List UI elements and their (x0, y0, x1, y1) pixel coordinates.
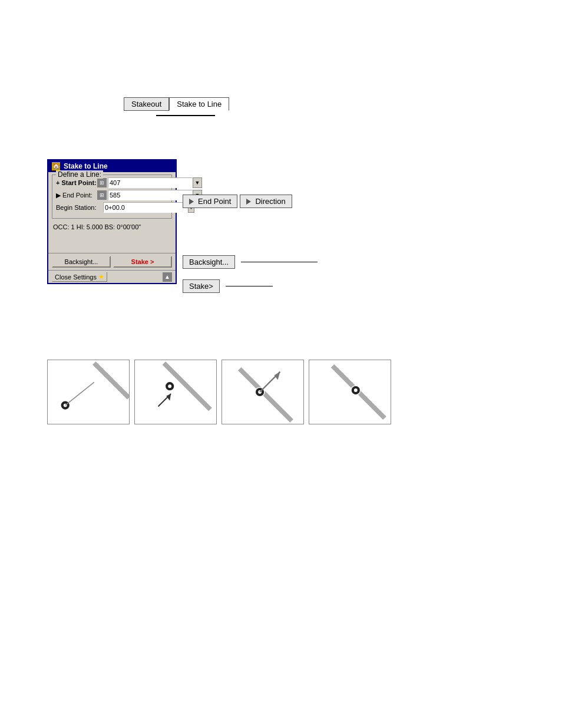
start-point-icon: ⊞ (97, 178, 107, 187)
dialog-body: Define a Line: + Start Point: ⊞ ▼ ▶ End … (48, 172, 176, 253)
define-line-legend: Define a Line: (56, 170, 103, 179)
tab-underline (156, 115, 215, 116)
diagram-3 (222, 360, 304, 424)
svg-marker-13 (275, 372, 280, 380)
diagram-4 (309, 360, 391, 424)
direction-button[interactable]: Direction (240, 195, 292, 208)
start-point-dropdown[interactable]: ▼ (193, 177, 202, 188)
start-point-label: + Start Point: (56, 179, 97, 186)
endpoint-label: End Point (198, 197, 231, 206)
stake-right-button[interactable]: Stake> (183, 279, 220, 293)
direction-arrow-icon (246, 199, 251, 205)
endpoint-button[interactable]: End Point (183, 195, 237, 208)
svg-point-16 (354, 388, 358, 392)
stake-button[interactable]: Stake > (113, 256, 172, 268)
start-point-input-container: ⊞ ▼ (97, 177, 202, 188)
start-point-row: + Start Point: ⊞ ▼ (56, 177, 168, 188)
right-controls: End Point Direction Backsight... Stake> (183, 195, 318, 293)
end-point-icon: ⊞ (97, 190, 107, 200)
define-line-group: Define a Line: + Start Point: ⊞ ▼ ▶ End … (52, 174, 172, 219)
begin-station-row: Begin Station: ▼ (56, 202, 168, 213)
end-point-row: ▶ End Point: ⊞ ▼ (56, 190, 168, 200)
diagram-2 (134, 360, 217, 424)
end-point-label: ▶ End Point: (56, 192, 97, 199)
tab-stakeout[interactable]: Stakeout (124, 97, 169, 111)
svg-line-9 (240, 369, 292, 421)
settings-star-icon: ★ (98, 273, 104, 281)
backsight-button[interactable]: Backsight... (52, 256, 111, 268)
stake-to-line-dialog: 🏠 Stake to Line Define a Line: + Start P… (47, 159, 177, 284)
endpoint-direction-row: End Point Direction (183, 195, 318, 208)
diagram-1 (47, 360, 130, 424)
diagrams-row (47, 360, 391, 424)
svg-line-0 (94, 363, 129, 398)
dialog-icon: 🏠 (52, 162, 60, 170)
info-text: OCC: 1 HI: 5.000 BS: 0°00'00" (53, 223, 141, 230)
stake-right-row: Stake> (183, 279, 318, 293)
dialog-footer: Close Settings ★ ▲ (48, 270, 176, 283)
close-settings-button[interactable]: Close Settings ★ (52, 272, 107, 282)
backsight-right-button[interactable]: Backsight... (183, 255, 235, 269)
dialog-bottom-btns: Backsight... Stake > (48, 253, 176, 270)
endpoint-arrow-icon (189, 199, 194, 205)
start-point-input[interactable] (108, 177, 193, 188)
stake-underline (226, 286, 273, 286)
begin-station-input[interactable] (103, 202, 188, 213)
dialog-title: Stake to Line (64, 162, 108, 170)
svg-line-3 (65, 382, 94, 405)
backsight-right-row: Backsight... (183, 255, 318, 269)
end-point-input[interactable] (108, 190, 193, 200)
backsight-underline (241, 262, 318, 262)
footer-icon: ▲ (163, 272, 172, 282)
info-area: OCC: 1 HI: 5.000 BS: 0°00'00" (52, 221, 172, 251)
tab-stake-to-line[interactable]: Stake to Line (169, 97, 229, 111)
svg-point-6 (168, 384, 171, 388)
direction-label: Direction (255, 197, 285, 206)
tab-bar: Stakeout Stake to Line (124, 97, 229, 111)
close-settings-label: Close Settings (55, 274, 97, 281)
begin-station-label: Begin Station: (56, 204, 103, 211)
